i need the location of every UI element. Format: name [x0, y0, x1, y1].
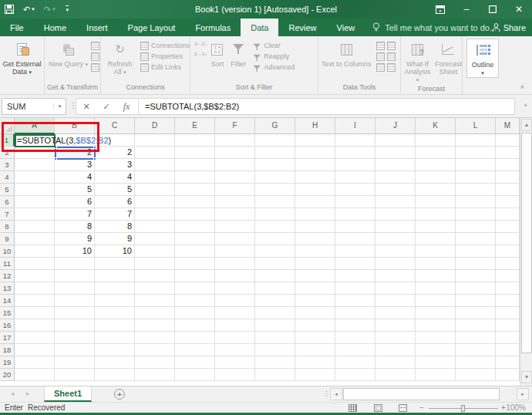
cell-F8[interactable] — [215, 221, 255, 233]
cell-L7[interactable] — [456, 208, 496, 221]
cell-M9[interactable] — [496, 233, 520, 245]
cell-E1[interactable] — [175, 134, 215, 147]
tab-data[interactable]: Data — [241, 19, 278, 36]
cell-E8[interactable] — [175, 221, 215, 233]
row-header-20[interactable]: 20 — [0, 369, 15, 381]
sort-ascending-icon[interactable]: A→Z↓ — [194, 42, 207, 46]
cell-L9[interactable] — [456, 233, 496, 245]
cell-H12[interactable] — [295, 270, 335, 282]
advanced-filter-button[interactable]: Advanced — [253, 63, 295, 72]
scroll-up-icon[interactable]: ▲ — [521, 119, 532, 131]
cell-G15[interactable] — [255, 307, 295, 319]
sheet-nav-left-icon[interactable]: ◂ — [5, 386, 20, 402]
cell-A19[interactable] — [15, 356, 55, 369]
tab-file[interactable]: File — [0, 19, 34, 36]
cell-C13[interactable] — [95, 282, 135, 295]
cell-H5[interactable] — [295, 184, 335, 196]
cell-I20[interactable] — [335, 369, 375, 381]
cell-A13[interactable] — [15, 282, 55, 295]
cell-A16[interactable] — [15, 319, 55, 332]
cell-H15[interactable] — [295, 307, 335, 319]
cell-G13[interactable] — [255, 282, 295, 295]
tab-review[interactable]: Review — [278, 19, 326, 36]
cell-I2[interactable] — [335, 147, 375, 159]
cell-L2[interactable] — [456, 147, 496, 159]
cell-J14[interactable] — [375, 295, 416, 307]
add-sheet-icon[interactable]: + — [114, 389, 125, 400]
cell-A9[interactable] — [15, 233, 55, 245]
cell-A6[interactable] — [15, 196, 55, 208]
cell-B9[interactable]: 9 — [55, 233, 95, 245]
zoom-in-icon[interactable]: + — [501, 403, 506, 412]
cell-K16[interactable] — [416, 319, 456, 332]
cell-C17[interactable] — [95, 332, 135, 344]
row-header-7[interactable]: 7 — [0, 208, 15, 221]
cell-B18[interactable] — [55, 344, 95, 356]
cell-C20[interactable] — [95, 369, 135, 381]
cell-E6[interactable] — [175, 196, 215, 208]
cell-A17[interactable] — [15, 332, 55, 344]
cell-K3[interactable] — [416, 159, 456, 171]
cell-I19[interactable] — [335, 356, 375, 369]
expand-formula-bar-icon[interactable]: ˅ — [524, 102, 527, 109]
column-header-i[interactable]: I — [335, 118, 375, 134]
cell-K2[interactable] — [416, 147, 456, 159]
cell-C6[interactable]: 6 — [95, 196, 135, 208]
cell-K10[interactable] — [416, 245, 456, 258]
zoom-level[interactable]: 100% — [506, 403, 526, 412]
cell-J6[interactable] — [375, 196, 416, 208]
cell-L19[interactable] — [456, 356, 496, 369]
cell-K7[interactable] — [416, 208, 456, 221]
scroll-down-icon[interactable]: ▼ — [521, 371, 532, 383]
reapply-button[interactable]: Reapply — [253, 52, 295, 61]
cell-B5[interactable]: 5 — [55, 184, 95, 196]
cell-F19[interactable] — [215, 356, 255, 369]
cell-H18[interactable] — [295, 344, 335, 356]
cell-E5[interactable] — [175, 184, 215, 196]
cell-I5[interactable] — [335, 184, 375, 196]
cell-D14[interactable] — [135, 295, 175, 307]
cell-A5[interactable] — [15, 184, 55, 196]
cell-D15[interactable] — [135, 307, 175, 319]
cell-D8[interactable] — [135, 221, 175, 233]
cell-F6[interactable] — [215, 196, 255, 208]
horizontal-scrollbar-thumb[interactable] — [343, 388, 500, 400]
zoom-out-icon[interactable]: − — [419, 403, 424, 412]
range-handle[interactable] — [54, 157, 57, 160]
cell-A12[interactable] — [15, 270, 55, 282]
cell-E15[interactable] — [175, 307, 215, 319]
cell-I14[interactable] — [335, 295, 375, 307]
cell-G4[interactable] — [255, 171, 295, 184]
cell-J11[interactable] — [375, 258, 416, 270]
cell-I15[interactable] — [335, 307, 375, 319]
cell-K6[interactable] — [416, 196, 456, 208]
cell-A18[interactable] — [15, 344, 55, 356]
cell-K5[interactable] — [416, 184, 456, 196]
ribbon-display-options-button[interactable] — [427, 0, 453, 19]
normal-view-icon[interactable] — [348, 404, 357, 412]
what-if-analysis-button[interactable]: What-If Analysis ▾ — [403, 39, 432, 84]
cell-G18[interactable] — [255, 344, 295, 356]
row-header-12[interactable]: 12 — [0, 270, 15, 282]
row-header-11[interactable]: 11 — [0, 258, 15, 270]
cell-M7[interactable] — [496, 208, 520, 221]
get-external-data-button[interactable]: Get External Data ▾ — [0, 39, 44, 76]
cell-C11[interactable] — [95, 258, 135, 270]
column-header-f[interactable]: F — [215, 118, 255, 134]
consolidate-icon[interactable] — [387, 52, 396, 61]
cell-D17[interactable] — [135, 332, 175, 344]
cell-F11[interactable] — [215, 258, 255, 270]
cell-L6[interactable] — [456, 196, 496, 208]
text-to-columns-button[interactable]: Text to Columns — [322, 39, 372, 68]
column-header-e[interactable]: E — [175, 118, 215, 134]
cell-H20[interactable] — [295, 369, 335, 381]
cell-L10[interactable] — [456, 245, 496, 258]
cell-C3[interactable]: 3 — [95, 159, 135, 171]
cell-K13[interactable] — [416, 282, 456, 295]
cell-I6[interactable] — [335, 196, 375, 208]
cell-I7[interactable] — [335, 208, 375, 221]
cell-D6[interactable] — [135, 196, 175, 208]
cell-D20[interactable] — [135, 369, 175, 381]
cell-I4[interactable] — [335, 171, 375, 184]
cell-G5[interactable] — [255, 184, 295, 196]
